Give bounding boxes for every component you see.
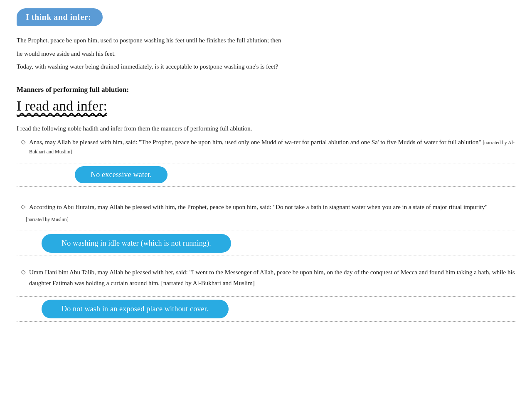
highlight-badge-3: Do not wash in an exposed place without … xyxy=(42,300,229,318)
dotted-section-3: Do not wash in an exposed place without … xyxy=(17,293,515,325)
manners-heading: Manners of performing full ablution: xyxy=(17,86,515,94)
dotted-line-bottom-2 xyxy=(17,256,515,256)
dotted-section-1: No excessive water. xyxy=(17,159,515,190)
hadith-item-3: ◇ Umm Hani bint Abu Talib, may Allah be … xyxy=(21,267,515,288)
badge3-wrapper: Do not wash in an exposed place without … xyxy=(17,298,515,320)
hadith-item-2: ◇ According to Abu Huraira, may Allah be… xyxy=(21,202,515,213)
dotted-line-bottom-1 xyxy=(17,186,515,187)
hadith3-text: Umm Hani bint Abu Talib, may Allah be pl… xyxy=(29,269,515,286)
dotted-line-top-3 xyxy=(17,296,515,297)
hadith1-text: Anas, may Allah be pleased with him, sai… xyxy=(29,139,481,145)
badge2-wrapper: No washing in idle water (which is not r… xyxy=(17,232,515,254)
intro-line1: The Prophet, peace be upon him, used to … xyxy=(17,35,515,46)
badge-label: I think and infer: xyxy=(26,12,91,22)
dotted-line-top-1 xyxy=(17,163,515,163)
read-infer-title-wrap: I read and infer: xyxy=(17,98,515,118)
dotted-line-bottom-3 xyxy=(17,321,515,322)
dotted-line-top-2 xyxy=(17,231,515,231)
diamond-bullet-1: ◇ xyxy=(21,138,26,145)
hadith-item-1: ◇ Anas, may Allah be pleased with him, s… xyxy=(21,137,515,155)
highlight-badge-2: No washing in idle water (which is not r… xyxy=(42,234,231,253)
intro-line2: he would move aside and wash his feet. xyxy=(17,49,515,59)
diamond-bullet-2: ◇ xyxy=(21,203,26,210)
hadith2-source: [narrated by Muslim] xyxy=(26,217,515,223)
subtext: I read the following noble hadith and in… xyxy=(17,123,515,134)
dotted-section-2: No washing in idle water (which is not r… xyxy=(17,227,515,260)
think-infer-badge: I think and infer: xyxy=(17,8,103,26)
read-infer-title: I read and infer: xyxy=(17,98,107,116)
hadith2-text: According to Abu Huraira, may Allah be p… xyxy=(29,204,488,210)
badge1-wrapper: No excessive water. xyxy=(17,165,515,185)
highlight-badge-1: No excessive water. xyxy=(75,166,167,183)
intro-line3: Today, with washing water being drained … xyxy=(17,62,515,72)
diamond-bullet-3: ◇ xyxy=(21,268,26,276)
